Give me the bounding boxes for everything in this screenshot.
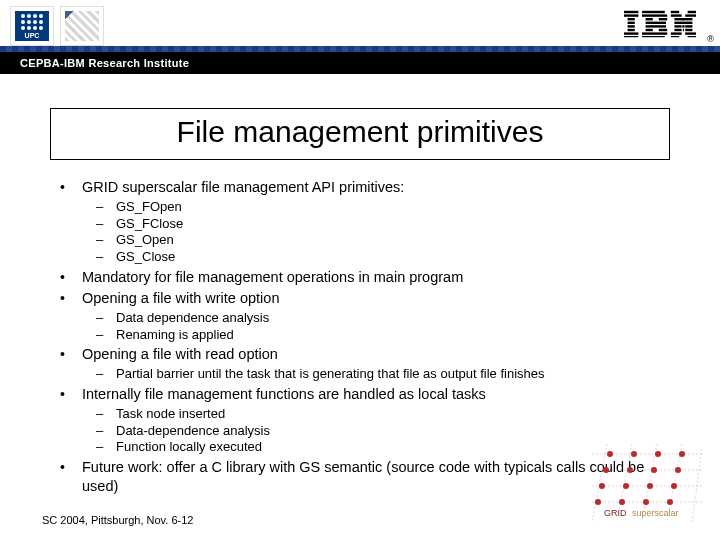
svg-rect-33 [671,36,679,37]
bsc-logo [60,6,104,46]
upc-logo: UPC [10,6,54,46]
registered-mark: ® [707,34,714,44]
svg-rect-28 [674,29,681,31]
sub-bullet-item: GS_FClose [82,216,666,233]
svg-point-54 [647,483,653,489]
upc-label: UPC [25,32,40,39]
svg-point-52 [599,483,605,489]
bullet-item: Mandatory for file management operations… [54,268,666,287]
svg-point-47 [679,451,685,457]
svg-rect-10 [646,18,653,20]
svg-point-44 [607,451,613,457]
svg-point-45 [631,451,637,457]
svg-text:superscalar: superscalar [632,508,679,518]
svg-rect-1 [624,14,638,16]
top-banner: UPC [0,0,720,74]
svg-rect-3 [628,22,635,24]
sub-bullet-item: Data dependence analysis [82,310,666,327]
svg-line-43 [692,449,702,522]
sub-bullet-item: Function locally executed [82,439,666,456]
svg-rect-0 [624,11,638,13]
svg-rect-31 [671,32,682,34]
bullet-item: Opening a file with read optionPartial b… [54,345,666,383]
svg-point-56 [595,499,601,505]
svg-rect-15 [659,29,667,31]
bullet-text: Opening a file with read option [82,346,278,362]
svg-point-55 [671,483,677,489]
bullet-item: Internally file management functions are… [54,385,666,456]
svg-rect-32 [685,32,696,34]
svg-rect-20 [671,14,682,16]
svg-rect-14 [646,29,653,31]
left-logos: UPC [10,6,104,46]
svg-rect-23 [683,18,693,20]
sub-bullet-item: Renaming is applied [82,327,666,344]
svg-rect-7 [624,36,638,37]
svg-rect-25 [674,25,681,27]
svg-rect-9 [642,14,667,16]
bullet-item: Opening a file with write optionData dep… [54,289,666,343]
sub-bullet-item: GS_Open [82,232,666,249]
sub-bullet-item: GS_FOpen [82,199,666,216]
slide-body: GRID superscalar file management API pri… [54,178,666,496]
bullet-text: Mandatory for file management operations… [82,269,463,285]
grid-superscalar-graphic: GRID superscalar [592,444,702,522]
svg-rect-2 [628,18,635,20]
svg-rect-26 [682,25,684,27]
corner-caption: GRID [604,508,627,518]
bullet-text: Opening a file with write option [82,290,279,306]
svg-rect-30 [685,29,692,31]
svg-point-49 [627,467,633,473]
svg-rect-5 [628,29,635,31]
institute-text: CEPBA-IBM Research Institute [20,57,189,69]
svg-rect-8 [642,11,665,13]
svg-rect-27 [685,25,692,27]
svg-point-59 [667,499,673,505]
svg-rect-4 [628,25,635,27]
svg-rect-34 [688,36,696,37]
svg-rect-29 [683,29,684,31]
svg-point-53 [623,483,629,489]
bullet-item: GRID superscalar file management API pri… [54,178,666,266]
svg-point-51 [675,467,681,473]
svg-point-58 [643,499,649,505]
slide-title: File management primitives [51,115,669,149]
svg-rect-11 [659,18,667,20]
svg-point-50 [651,467,657,473]
sub-bullet-item: Data-dependence analysis [82,423,666,440]
svg-rect-13 [646,25,666,27]
svg-rect-21 [685,14,696,16]
svg-rect-16 [642,32,667,34]
institute-bar: CEPBA-IBM Research Institute [0,52,720,74]
svg-rect-17 [642,36,665,37]
svg-rect-19 [688,11,696,13]
bullet-item: Future work: offer a C library with GS s… [54,458,666,496]
sub-bullet-item: Partial barrier until the task that is g… [82,366,666,383]
svg-point-57 [619,499,625,505]
svg-rect-12 [646,22,666,24]
svg-rect-22 [674,18,684,20]
bullet-text: Future work: offer a C library with GS s… [82,459,644,494]
bullet-text: Internally file management functions are… [82,386,486,402]
slide-title-frame: File management primitives [50,108,670,160]
svg-rect-24 [674,22,692,24]
slide-footer: SC 2004, Pittsburgh, Nov. 6-12 [42,514,193,526]
svg-rect-18 [671,11,679,13]
svg-point-46 [655,451,661,457]
svg-rect-6 [624,32,638,34]
bullet-text: GRID superscalar file management API pri… [82,179,404,195]
ibm-logo [624,10,696,42]
svg-point-48 [603,467,609,473]
sub-bullet-item: GS_Close [82,249,666,266]
sub-bullet-item: Task node inserted [82,406,666,423]
